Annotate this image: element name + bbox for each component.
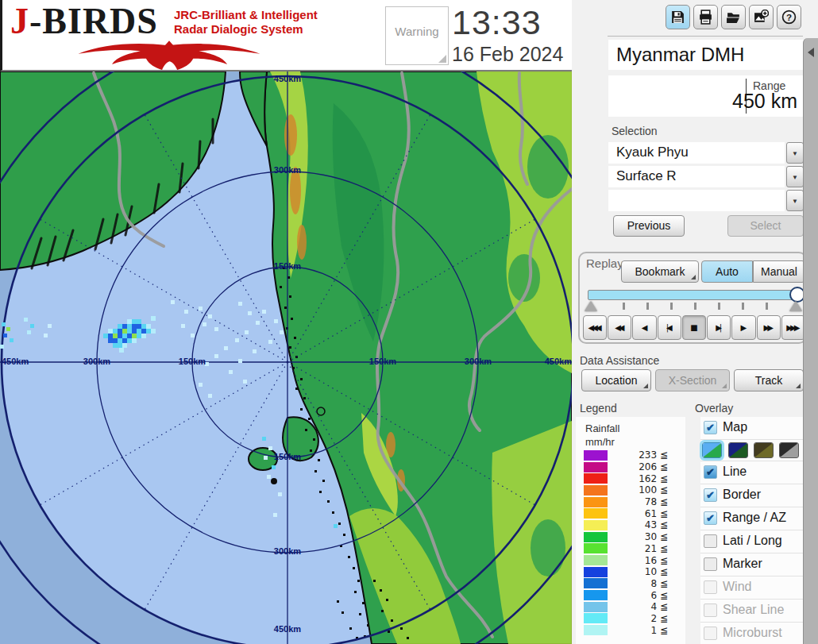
overlay-row-line[interactable]: ✔Line — [700, 461, 805, 484]
checkbox-unchecked-icon[interactable] — [704, 534, 717, 548]
ring-label-300-right: 300km — [465, 357, 492, 366]
play-backward-button[interactable]: ◀ — [632, 315, 656, 340]
ring-label-450-left: 450km — [2, 357, 29, 366]
play-forward-button[interactable]: ▶ — [731, 315, 755, 340]
checkbox-checked-icon[interactable]: ✔ — [704, 511, 717, 525]
legend-item: 162 ≦ — [584, 472, 679, 484]
legend-item: 2 ≦ — [584, 613, 679, 625]
rewind-fast-button[interactable]: ◀◀ — [608, 315, 631, 340]
checkbox-disabled-icon — [704, 627, 717, 640]
legend-color-swatch — [584, 625, 608, 635]
range-value: 450 km — [732, 90, 797, 113]
save-button[interactable] — [666, 5, 690, 29]
overlay-row-map[interactable]: ✔Map — [700, 417, 805, 440]
rewind-fastest-button[interactable]: ◀◀◀ — [583, 315, 607, 340]
replay-manual-button[interactable]: Manual — [753, 260, 805, 283]
resize-grip-icon — [438, 55, 446, 63]
add-image-button[interactable] — [749, 5, 774, 29]
logo-title-j: J — [10, 1, 29, 41]
range-display: Range 450 km — [608, 75, 804, 117]
ring-label-450-top: 450km — [274, 74, 301, 83]
print-button[interactable] — [693, 5, 718, 29]
checkbox-checked-icon[interactable]: ✔ — [704, 421, 717, 434]
forward-fast-button[interactable]: ▶▶ — [757, 315, 781, 340]
legend-color-swatch — [584, 462, 608, 472]
legend-color-swatch — [584, 508, 608, 519]
legend-item: 43 ≦ — [584, 519, 679, 531]
map-style-row — [700, 440, 805, 461]
legend-item: 61 ≦ — [584, 507, 679, 519]
track-button[interactable]: Track — [734, 369, 804, 391]
legend-item: 1 ≦ — [584, 624, 679, 636]
bookmark-button[interactable]: Bookmark — [621, 260, 699, 283]
station-name: Myanmar DMH — [608, 40, 804, 70]
add-image-icon — [754, 10, 769, 25]
legend-color-swatch — [584, 555, 608, 565]
toolbar-separator — [608, 36, 803, 37]
replay-timeline-track[interactable] — [588, 290, 799, 300]
map-style-swatch-2[interactable] — [728, 442, 748, 458]
ring-label-300-left: 300km — [83, 357, 110, 366]
selection-option-field[interactable] — [608, 190, 785, 211]
selection-label: Selection — [612, 125, 658, 137]
location-button[interactable]: Location — [581, 369, 651, 391]
selection-product-field[interactable]: Surface R — [608, 166, 785, 187]
legend-item: 8 ≦ — [584, 578, 679, 590]
selection-site-dropdown-button[interactable]: ▼ — [786, 142, 804, 164]
selection-site-field[interactable]: Kyauk Phyu — [608, 142, 785, 164]
checkbox-unchecked-icon[interactable] — [704, 557, 717, 571]
step-forward-button[interactable]: ▶| — [707, 315, 731, 340]
legend-color-swatch — [584, 602, 608, 612]
previous-button[interactable]: Previous — [613, 215, 685, 237]
radar-map-view[interactable]: 450km 300km 150km 150km 300km 450km 450k… — [0, 71, 572, 644]
legend-color-swatch — [584, 520, 608, 530]
forward-fastest-button[interactable]: ▶▶▶ — [781, 315, 805, 340]
replay-auto-button[interactable]: Auto — [701, 260, 753, 283]
overlay-row-shear-line: Shear Line — [700, 600, 805, 623]
map-style-swatch-3[interactable] — [754, 442, 774, 458]
legend-color-swatch — [584, 497, 608, 507]
legend-color-swatch — [584, 578, 608, 588]
overlay-row-border[interactable]: ✔Border — [700, 484, 805, 507]
x-section-button[interactable]: X-Section — [655, 369, 730, 391]
open-file-button[interactable] — [721, 5, 746, 29]
legend-color-swatch — [584, 473, 608, 484]
selection-product-dropdown-button[interactable]: ▼ — [786, 166, 804, 187]
panel-collapse-strip[interactable] — [803, 38, 818, 644]
replay-range-start-marker[interactable] — [585, 301, 597, 311]
logo-title-birds: -BIRDS — [29, 1, 158, 41]
warning-dropdown[interactable]: Warning — [385, 6, 449, 65]
ring-label-300-bottom: 300km — [274, 546, 301, 556]
legend-item: 233 ≦ — [584, 449, 679, 461]
legend-color-swatch — [584, 485, 608, 496]
help-button[interactable]: ? — [777, 5, 801, 29]
ring-label-450-right: 450km — [545, 357, 572, 366]
legend-color-swatch — [584, 613, 608, 623]
logo-title: J-BIRDS — [10, 2, 158, 41]
save-icon — [670, 10, 685, 25]
chevron-down-icon: ▼ — [792, 174, 798, 181]
selection-option-dropdown-button[interactable]: ▼ — [786, 190, 804, 211]
stop-button[interactable]: ■ — [682, 315, 706, 340]
map-style-swatch-4[interactable] — [779, 442, 799, 458]
ring-label-300-top: 300km — [274, 165, 301, 175]
step-backward-button[interactable]: |◀ — [658, 315, 681, 340]
overlay-row-wind: Wind — [700, 577, 805, 600]
checkbox-checked-icon[interactable]: ✔ — [704, 465, 717, 479]
legend-label: Legend — [580, 402, 617, 415]
replay-range-end-marker[interactable] — [789, 301, 802, 311]
clock-time: 13:33 — [452, 0, 579, 44]
collapse-left-arrow-icon — [808, 48, 814, 57]
rainfall-legend: Rainfall mm/hr 233 ≦ 206 ≦ 162 ≦ 100 ≦ 7… — [576, 417, 685, 644]
replay-controls: ◀◀◀ ◀◀ ◀ |◀ ■ ▶| ▶ ▶▶ ▶▶▶ — [583, 315, 805, 340]
legend-item: 78 ≦ — [584, 496, 679, 508]
checkbox-checked-icon[interactable]: ✔ — [704, 488, 717, 502]
checkbox-disabled-icon — [704, 580, 717, 594]
overlay-list: ✔Map ✔Line ✔Border ✔Range / AZ Lati / Lo… — [700, 417, 805, 644]
overlay-row-lati-long[interactable]: Lati / Long — [700, 530, 805, 553]
legend-color-swatch — [584, 590, 608, 600]
overlay-row-marker[interactable]: Marker — [700, 553, 805, 577]
map-style-swatch-1[interactable] — [702, 442, 722, 458]
overlay-row-range-az[interactable]: ✔Range / AZ — [700, 507, 805, 530]
select-button[interactable]: Select — [727, 215, 804, 237]
